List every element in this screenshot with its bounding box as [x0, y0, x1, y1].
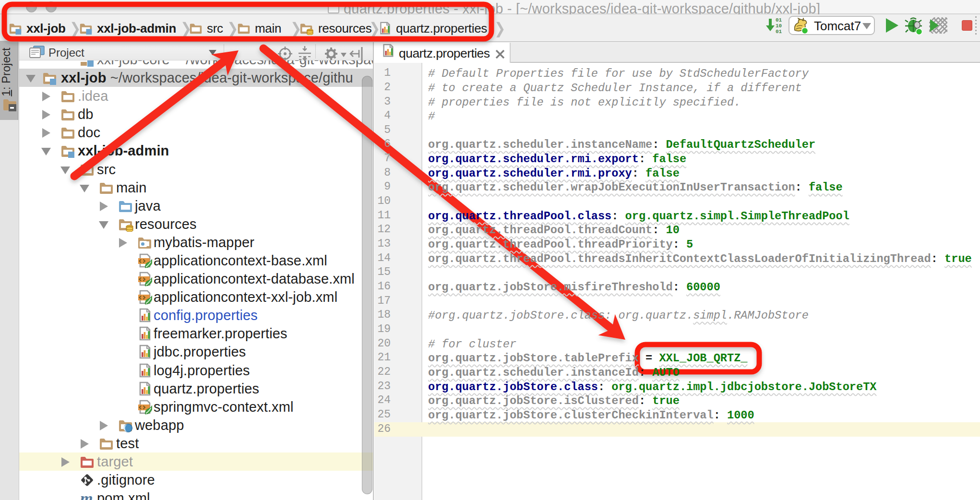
svg-text:m: m — [80, 491, 93, 500]
svg-text:01: 01 — [776, 17, 782, 23]
svg-text:10: 10 — [776, 23, 782, 29]
svg-text:01: 01 — [776, 29, 782, 35]
